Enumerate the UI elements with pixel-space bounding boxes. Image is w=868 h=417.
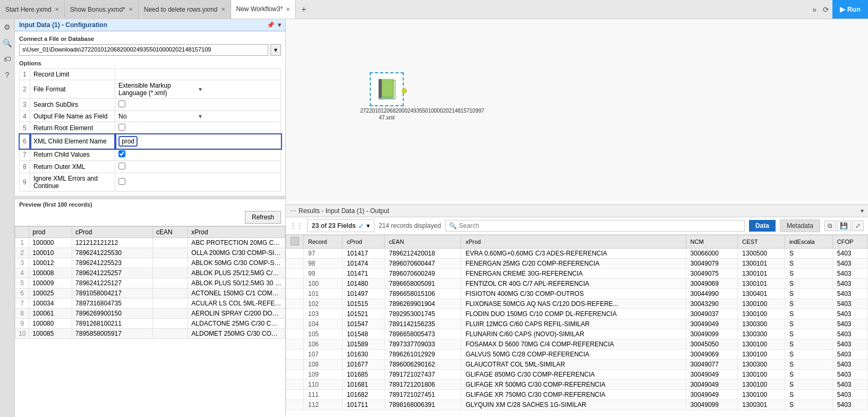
input-data-icon: 📗 (375, 78, 399, 100)
option-value[interactable]: prod (115, 134, 281, 149)
option-value[interactable]: No ▾ (115, 111, 281, 122)
history-icon[interactable]: ⟳ (820, 0, 832, 19)
option-value[interactable]: Extensible Markup Language (*.xml) ▾ (115, 80, 281, 99)
preview-row: 6 100025 7891058004217 ACTONEL 150MG C/1… (15, 288, 285, 299)
row-indescala: S (785, 380, 832, 390)
results-header-row: Record cProd cEAN xProd NCM CEST indEsca… (286, 235, 868, 249)
return-outer-checkbox[interactable] (118, 163, 125, 169)
row-checkbox[interactable] (286, 370, 304, 380)
row-checkbox[interactable] (286, 329, 304, 339)
tab-show-bonus[interactable]: Show Bonus.yxmd* ✕ (65, 0, 139, 19)
row-checkbox[interactable] (286, 380, 304, 390)
pin-icon[interactable]: 📌 (267, 21, 275, 29)
preview-cell-cprod: 121212121212 (72, 238, 153, 248)
option-value[interactable] (115, 99, 281, 111)
row-checkbox[interactable] (286, 360, 304, 370)
tab-close-icon[interactable]: ✕ (286, 6, 290, 12)
preview-row: 7 100034 7897316804735 ACULAR LS COL 5ML… (15, 299, 285, 309)
preview-cell-xprod: ALDOMET 250MG C/30 COMP NO (188, 329, 285, 339)
save-icon[interactable]: 💾 (837, 220, 851, 231)
preview-cell-prod: 100085 (29, 329, 72, 339)
row-checkbox[interactable] (286, 249, 304, 259)
preview-header-row: prod cProd cEAN xProd (15, 227, 285, 238)
row-checkbox[interactable] (286, 279, 304, 289)
search-box[interactable]: 🔍 (445, 220, 745, 232)
row-ncm: 30049077 (686, 360, 738, 370)
row-checkbox[interactable] (286, 299, 304, 309)
results-row: 98 101474 7896070600447 FENERGAN 25MG C/… (286, 259, 868, 269)
refresh-button[interactable]: Refresh (245, 211, 281, 224)
dropdown-arrow-icon[interactable]: ▾ (199, 86, 278, 93)
option-value[interactable] (115, 173, 281, 192)
row-ncm: 30066000 (686, 249, 738, 259)
option-name: Output File Name as Field (30, 111, 115, 122)
run-button[interactable]: ▶ Run (832, 0, 868, 19)
results-collapse-icon[interactable]: ▾ (861, 207, 864, 215)
data-button[interactable]: Data (749, 220, 776, 232)
option-name: Ignore XML Errors and Continue (30, 173, 115, 192)
tab-delete-rows[interactable]: Need to delete rows.yxmd ✕ (139, 0, 231, 19)
row-checkbox[interactable] (286, 319, 304, 329)
search-input[interactable] (459, 222, 741, 229)
expand-icon[interactable]: ⤢ (852, 220, 864, 231)
tag-icon[interactable]: 🏷 (2, 53, 13, 65)
preview-cell-prod: 100034 (29, 299, 72, 309)
row-cean: 7896070600249 (385, 269, 461, 279)
ignore-errors-checkbox[interactable] (118, 178, 125, 185)
row-ncm: 30044990 (686, 289, 738, 299)
return-child-checkbox[interactable] (118, 150, 125, 157)
preview-cell-cean (152, 238, 188, 248)
zoom-icon[interactable]: 🔍 (2, 37, 13, 49)
return-root-checkbox[interactable] (118, 124, 125, 131)
option-value[interactable] (115, 69, 281, 80)
tab-close-icon[interactable]: ✕ (55, 6, 59, 12)
file-browse-button[interactable]: ▾ (270, 44, 281, 56)
canvas-node[interactable]: 📗 27220101206820002493550100002021481571… (360, 72, 413, 121)
tab-add-button[interactable]: + (296, 0, 311, 19)
copy-icon[interactable]: ⧉ (824, 220, 836, 231)
option-value[interactable] (115, 149, 281, 161)
row-checkbox[interactable] (286, 309, 304, 319)
settings-icon[interactable]: ⚙ (2, 21, 13, 33)
fields-dropdown-icon[interactable]: ▾ (367, 222, 370, 229)
row-checkbox[interactable] (286, 390, 304, 400)
fields-check-icon: ✓ (358, 222, 364, 230)
row-record: 108 (304, 360, 343, 370)
dropdown-icon[interactable]: ▾ (278, 21, 281, 29)
tab-close-icon[interactable]: ✕ (129, 6, 133, 12)
row-indescala: S (785, 309, 832, 319)
row-checkbox[interactable] (286, 269, 304, 279)
tab-nav-right[interactable]: » (809, 0, 820, 19)
help-icon[interactable]: ? (2, 69, 13, 81)
row-checkbox[interactable] (286, 259, 304, 269)
xml-child-value[interactable]: prod (118, 136, 138, 147)
search-subdirs-checkbox[interactable] (118, 100, 125, 107)
select-all-checkbox[interactable] (291, 237, 299, 245)
preview-cell-xprod: OLLA 200MG C/30 COMP-SIMILA (188, 248, 285, 258)
row-ncm: 30043290 (686, 299, 738, 309)
dropdown-arrow-icon[interactable]: ▾ (199, 113, 278, 120)
drag-handle-icon[interactable]: ⋯ (290, 207, 296, 215)
row-cest: 1300100 (738, 380, 785, 390)
row-indescala: S (785, 360, 832, 370)
row-checkbox[interactable] (286, 339, 304, 350)
results-table-wrap[interactable]: Record cProd cEAN xProd NCM CEST indEsca… (286, 235, 868, 417)
metadata-button[interactable]: Metadata (780, 219, 820, 232)
tab-new-workflow[interactable]: New Workflow3* ✕ (231, 0, 296, 19)
file-format-value: Extensible Markup Language (*.xml) (118, 82, 198, 97)
preview-cell-xprod: ALDACTONE 25MG C/30 COMP ( (188, 319, 285, 329)
row-checkbox[interactable] (286, 350, 304, 360)
preview-table-wrap[interactable]: prod cProd cEAN xProd 1 100000 121212121… (15, 226, 285, 417)
fields-selector[interactable]: 23 of 23 Fields ✓ ▾ (307, 219, 375, 232)
results-col-ncm: NCM (686, 235, 738, 249)
tab-start-here[interactable]: Start Here.yxmd ✕ (0, 0, 65, 19)
option-value[interactable] (115, 122, 281, 134)
option-value[interactable] (115, 161, 281, 173)
results-col-check[interactable] (286, 235, 304, 249)
canvas-area[interactable]: 📗 27220101206820002493550100002021481571… (286, 19, 868, 205)
row-checkbox[interactable] (286, 400, 304, 410)
preview-rownum: 1 (15, 238, 29, 248)
row-checkbox[interactable] (286, 289, 304, 299)
option-num: 2 (20, 80, 30, 99)
tab-close-icon[interactable]: ✕ (221, 6, 225, 12)
